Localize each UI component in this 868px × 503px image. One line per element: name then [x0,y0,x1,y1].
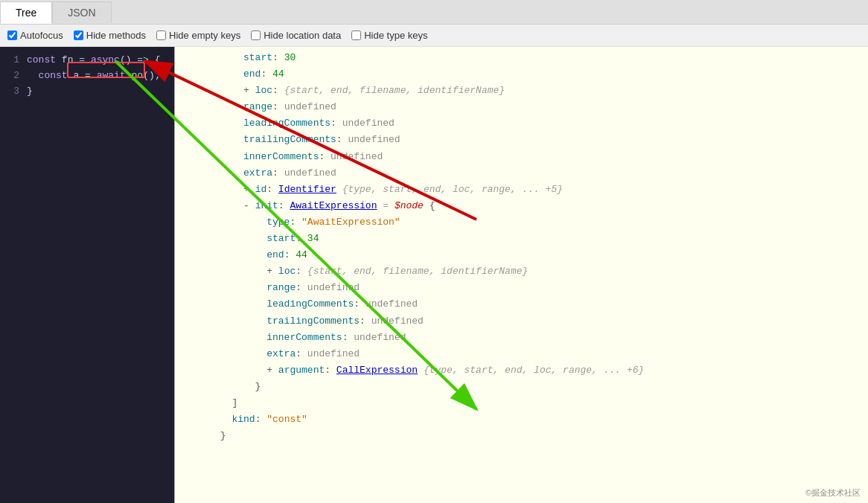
hide-empty-keys-option[interactable]: Hide empty keys [156,30,240,41]
tree-line-argument[interactable]: + argument: CallExpression {type, start,… [182,362,868,379]
tree-line: range: undefined [182,280,868,296]
tree-line: leadingComments: undefined [182,296,868,313]
tab-bar: Tree JSON [0,0,868,25]
code-line-1: 1 const fn = async() => { [0,53,174,68]
hide-methods-checkbox[interactable] [74,31,83,40]
code-line-3: 3 } [0,84,174,100]
tree-line: start: 30 [182,50,868,66]
tree-line: } [182,379,868,395]
tree-line[interactable]: + loc: {start, end, filename, identifier… [182,263,868,280]
line-num-3: 3 [6,84,19,100]
tree-line: ] [182,395,868,411]
code-panel: 1 const fn = async() => { 2 const a = aw… [0,47,175,503]
tree-line: leadingComments: undefined [182,115,868,132]
code-content-2: const a = await po(); [27,68,168,84]
hide-empty-keys-checkbox[interactable] [156,31,166,40]
hide-type-keys-option[interactable]: Hide type keys [351,30,427,41]
hide-type-keys-label: Hide type keys [364,30,427,41]
tree-line: end: 44 [182,247,868,263]
tree-line: } [182,428,868,444]
hide-location-data-option[interactable]: Hide location data [251,30,341,41]
options-bar: Autofocus Hide methods Hide empty keys H… [0,25,868,47]
tree-panel[interactable]: start: 30 end: 44 + loc: {start, end, fi… [175,47,868,503]
tree-line: innerComments: undefined [182,330,868,346]
line-num-2: 2 [6,68,19,84]
hide-location-data-checkbox[interactable] [251,31,261,40]
code-content-1: const fn = async() => { [27,53,168,68]
watermark: ©掘金技术社区 [805,487,861,499]
tree-line: type: "AwaitExpression" [182,214,868,231]
tree-line: kind: "const" [182,411,868,428]
autofocus-checkbox[interactable] [7,31,17,40]
autofocus-option[interactable]: Autofocus [7,30,63,41]
tree-line: extra: undefined [182,346,868,362]
tree-line-init[interactable]: - init: AwaitExpression = $node { [182,198,868,214]
main-area: 1 const fn = async() => { 2 const a = aw… [0,47,868,503]
line-num-1: 1 [6,53,19,68]
code-content-3: } [27,84,168,100]
tree-line: range: undefined [182,99,868,115]
tree-line: trailingComments: undefined [182,313,868,330]
hide-empty-keys-label: Hide empty keys [169,30,240,41]
tab-json[interactable]: JSON [52,1,111,23]
tree-line: end: 44 [182,66,868,83]
tree-line-id[interactable]: + id: Identifier {type, start, end, loc,… [182,182,868,198]
tree-line: innerComments: undefined [182,149,868,165]
hide-type-keys-checkbox[interactable] [351,31,361,40]
hide-methods-label: Hide methods [86,30,146,41]
tab-tree[interactable]: Tree [0,1,52,24]
hide-methods-option[interactable]: Hide methods [74,30,146,41]
hide-location-data-label: Hide location data [264,30,341,41]
tree-line[interactable]: + loc: {start, end, filename, identifier… [182,83,868,99]
code-line-2: 2 const a = await po(); [0,68,174,84]
tree-line: start: 34 [182,231,868,247]
tree-line: extra: undefined [182,165,868,182]
tree-line: trailingComments: undefined [182,132,868,148]
autofocus-label: Autofocus [20,30,63,41]
